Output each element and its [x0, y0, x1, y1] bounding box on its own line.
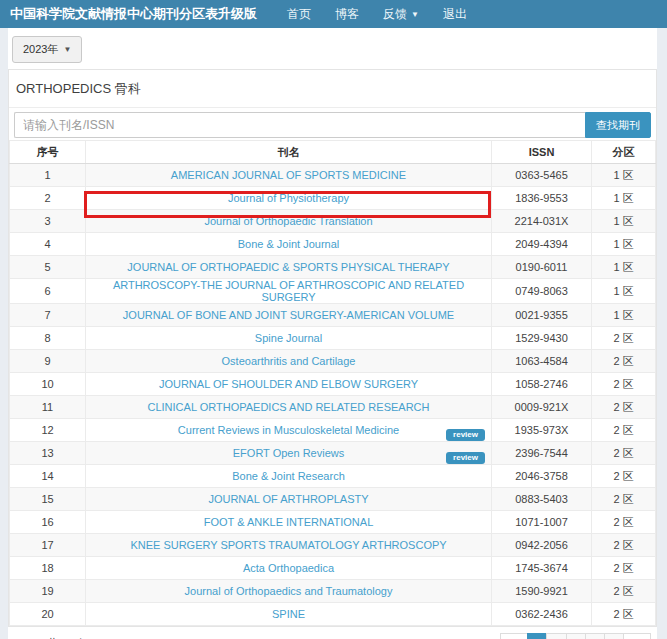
- nav-item[interactable]: 反馈 ▼: [383, 6, 419, 23]
- row-number: 14: [10, 465, 86, 488]
- journal-link[interactable]: AMERICAN JOURNAL OF SPORTS MEDICINE: [171, 169, 406, 181]
- search-journal-button[interactable]: 查找期刊: [585, 112, 651, 138]
- zone-value: 2 区: [592, 488, 656, 511]
- issn-value: 1058-2746: [492, 373, 592, 396]
- year-dropdown-label: 2023年: [23, 42, 58, 57]
- zone-value: 1 区: [592, 233, 656, 256]
- pagination-button[interactable]: 5: [604, 633, 624, 639]
- table-row: 12 Current Reviews in Musculoskeletal Me…: [10, 419, 656, 442]
- journal-link[interactable]: Journal of Physiotherapy: [228, 192, 349, 204]
- header-issn: ISSN: [492, 141, 592, 164]
- chevron-down-icon: ▼: [63, 45, 71, 54]
- journal-link[interactable]: Journal of Orthopaedics and Traumatology: [185, 585, 393, 597]
- journal-link[interactable]: SPINE: [272, 608, 305, 620]
- journal-name-cell: AMERICAN JOURNAL OF SPORTS MEDICINE: [86, 164, 492, 187]
- row-number: 11: [10, 396, 86, 419]
- table-header-row: 序号 刊名 ISSN 分区: [10, 141, 656, 164]
- main-content: 2023年 ▼ ORTHOPEDICS 骨科 查找期刊 序号 刊名 ISSN 分…: [8, 28, 657, 639]
- issn-value: 0749-8063: [492, 279, 592, 304]
- row-number: 5: [10, 256, 86, 279]
- journal-link[interactable]: Acta Orthopaedica: [243, 562, 334, 574]
- row-number: 12: [10, 419, 86, 442]
- row-number: 10: [10, 373, 86, 396]
- pagination-button[interactable]: 2: [546, 633, 566, 639]
- journal-link[interactable]: EFORT Open Reviews: [233, 447, 344, 459]
- journal-link[interactable]: FOOT & ANKLE INTERNATIONAL: [204, 516, 374, 528]
- row-number: 18: [10, 557, 86, 580]
- table-row: 19 Journal of Orthopaedics and Traumatol…: [10, 580, 656, 603]
- journal-name-cell: Osteoarthritis and Cartilage: [86, 350, 492, 373]
- issn-value: 2049-4394: [492, 233, 592, 256]
- journal-link[interactable]: JOURNAL OF ARTHROPLASTY: [208, 493, 368, 505]
- journal-link[interactable]: Osteoarthritis and Cartilage: [222, 355, 356, 367]
- journal-name-cell: Bone & Joint Journal: [86, 233, 492, 256]
- issn-value: 1063-4584: [492, 350, 592, 373]
- table-row: 1 AMERICAN JOURNAL OF SPORTS MEDICINE 03…: [10, 164, 656, 187]
- pagination: «12345»: [501, 633, 651, 639]
- journal-name-cell: Current Reviews in Musculoskeletal Medic…: [86, 419, 492, 442]
- journal-name-cell: JOURNAL OF ARTHROPLASTY: [86, 488, 492, 511]
- table-row: 20 SPINE 0362-2436 2 区: [10, 603, 656, 626]
- journal-name-cell: EFORT Open Reviews review: [86, 442, 492, 465]
- row-number: 19: [10, 580, 86, 603]
- row-number: 8: [10, 327, 86, 350]
- pagination-button[interactable]: «: [500, 633, 528, 639]
- zone-value: 2 区: [592, 327, 656, 350]
- issn-value: 0363-5465: [492, 164, 592, 187]
- journal-name-cell: Acta Orthopaedica: [86, 557, 492, 580]
- chevron-down-icon: ▼: [411, 10, 419, 19]
- journal-link[interactable]: Journal of Orthopaedic Translation: [204, 215, 372, 227]
- nav-item[interactable]: 首页: [287, 6, 311, 23]
- journal-link[interactable]: JOURNAL OF ORTHOPAEDIC & SPORTS PHYSICAL…: [127, 261, 449, 273]
- nav-item-label: 首页: [287, 6, 311, 23]
- journal-name-cell: ARTHROSCOPY-THE JOURNAL OF ARTHROSCOPIC …: [86, 279, 492, 304]
- journal-link[interactable]: JOURNAL OF BONE AND JOINT SURGERY-AMERIC…: [123, 309, 454, 321]
- pagination-button[interactable]: 4: [585, 633, 605, 639]
- table-row: 16 FOOT & ANKLE INTERNATIONAL 1071-1007 …: [10, 511, 656, 534]
- row-number: 2: [10, 187, 86, 210]
- issn-value: 0021-9355: [492, 304, 592, 327]
- journal-link[interactable]: JOURNAL OF SHOULDER AND ELBOW SURGERY: [159, 378, 418, 390]
- row-number: 4: [10, 233, 86, 256]
- zone-value: 1 区: [592, 187, 656, 210]
- zone-value: 2 区: [592, 534, 656, 557]
- site-brand[interactable]: 中国科学院文献情报中心期刊分区表升级版: [10, 5, 257, 23]
- journal-link[interactable]: Bone & Joint Research: [232, 470, 345, 482]
- journal-link[interactable]: CLINICAL ORTHOPAEDICS AND RELATED RESEAR…: [148, 401, 430, 413]
- issn-value: 1071-1007: [492, 511, 592, 534]
- zone-value: 1 区: [592, 210, 656, 233]
- table-row: 11 CLINICAL ORTHOPAEDICS AND RELATED RES…: [10, 396, 656, 419]
- review-badge: review: [446, 429, 485, 441]
- nav-item[interactable]: 退出: [443, 6, 467, 23]
- zone-value: 2 区: [592, 511, 656, 534]
- table-row: 2 Journal of Physiotherapy 1836-9553 1 区: [10, 187, 656, 210]
- table-row: 5 JOURNAL OF ORTHOPAEDIC & SPORTS PHYSIC…: [10, 256, 656, 279]
- journal-link[interactable]: KNEE SURGERY SPORTS TRAUMATOLOGY ARTHROS…: [130, 539, 446, 551]
- header-zone: 分区: [592, 141, 656, 164]
- zone-value: 2 区: [592, 580, 656, 603]
- journal-link[interactable]: Current Reviews in Musculoskeletal Medic…: [178, 424, 399, 436]
- row-number: 6: [10, 279, 86, 304]
- table-row: 17 KNEE SURGERY SPORTS TRAUMATOLOGY ARTH…: [10, 534, 656, 557]
- row-number: 16: [10, 511, 86, 534]
- zone-value: 2 区: [592, 373, 656, 396]
- issn-value: 1836-9553: [492, 187, 592, 210]
- journal-link[interactable]: Bone & Joint Journal: [238, 238, 340, 250]
- pagination-button[interactable]: 1: [527, 633, 547, 639]
- issn-value: 0190-6011: [492, 256, 592, 279]
- nav-item[interactable]: 博客: [335, 6, 359, 23]
- journal-link[interactable]: Spine Journal: [255, 332, 322, 344]
- table-row: 13 EFORT Open Reviews review 2396-7544 2…: [10, 442, 656, 465]
- table-row: 14 Bone & Joint Research 2046-3758 2 区: [10, 465, 656, 488]
- zone-value: 2 区: [592, 350, 656, 373]
- search-input[interactable]: [14, 112, 585, 138]
- row-number: 20: [10, 603, 86, 626]
- issn-value: 0362-2436: [492, 603, 592, 626]
- row-number: 3: [10, 210, 86, 233]
- journal-link[interactable]: ARTHROSCOPY-THE JOURNAL OF ARTHROSCOPIC …: [113, 279, 464, 303]
- pagination-button[interactable]: »: [623, 633, 651, 639]
- year-dropdown-button[interactable]: 2023年 ▼: [12, 36, 82, 63]
- journal-name-cell: SPINE: [86, 603, 492, 626]
- zone-value: 2 区: [592, 396, 656, 419]
- pagination-button[interactable]: 3: [566, 633, 586, 639]
